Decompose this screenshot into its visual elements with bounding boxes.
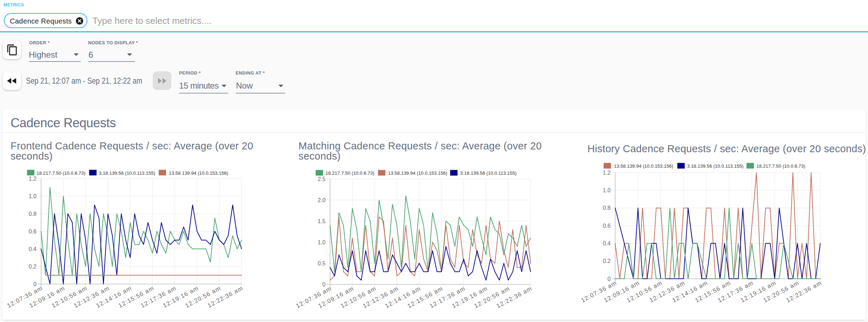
svg-text:0.6: 0.6 <box>603 223 611 229</box>
svg-text:1.0: 1.0 <box>603 187 611 193</box>
svg-text:13.58.139.94 (10.0.153.156): 13.58.139.94 (10.0.153.156) <box>169 170 228 176</box>
svg-text:18.217.7.50 (10.0.6.73): 18.217.7.50 (10.0.6.73) <box>326 170 374 176</box>
svg-text:0: 0 <box>322 282 326 288</box>
svg-text:0: 0 <box>607 276 611 282</box>
svg-text:1.0: 1.0 <box>318 239 326 245</box>
svg-text:0: 0 <box>33 281 37 287</box>
svg-text:0.2: 0.2 <box>603 258 611 264</box>
svg-text:2.5: 2.5 <box>318 176 326 182</box>
svg-text:13.58.139.94 (10.0.153.156): 13.58.139.94 (10.0.153.156) <box>614 163 673 169</box>
svg-text:1.2: 1.2 <box>29 176 37 182</box>
svg-text:13.58.139.94 (10.0.153.156): 13.58.139.94 (10.0.153.156) <box>388 170 447 176</box>
svg-text:0.4: 0.4 <box>603 240 611 246</box>
svg-text:3.18.139.56 (10.0.113.155): 3.18.139.56 (10.0.113.155) <box>460 170 517 176</box>
svg-text:0.8: 0.8 <box>29 211 37 217</box>
svg-text:3.18.139.56 (10.0.113.155): 3.18.139.56 (10.0.113.155) <box>687 163 744 169</box>
svg-text:1.5: 1.5 <box>318 218 326 224</box>
svg-text:0.4: 0.4 <box>29 246 37 252</box>
svg-text:2.0: 2.0 <box>318 197 326 203</box>
svg-text:1.0: 1.0 <box>29 193 37 199</box>
svg-text:1.2: 1.2 <box>603 170 611 176</box>
svg-text:0.6: 0.6 <box>29 228 37 234</box>
svg-text:3.18.139.56 (10.0.113.155): 3.18.139.56 (10.0.113.155) <box>99 170 156 176</box>
svg-text:0.5: 0.5 <box>318 260 326 266</box>
svg-text:18.217.7.50 (10.0.6.73): 18.217.7.50 (10.0.6.73) <box>37 170 85 176</box>
svg-text:18.217.7.50 (10.0.6.73): 18.217.7.50 (10.0.6.73) <box>756 163 805 169</box>
svg-text:0.2: 0.2 <box>29 264 37 270</box>
svg-text:0.8: 0.8 <box>603 205 611 211</box>
